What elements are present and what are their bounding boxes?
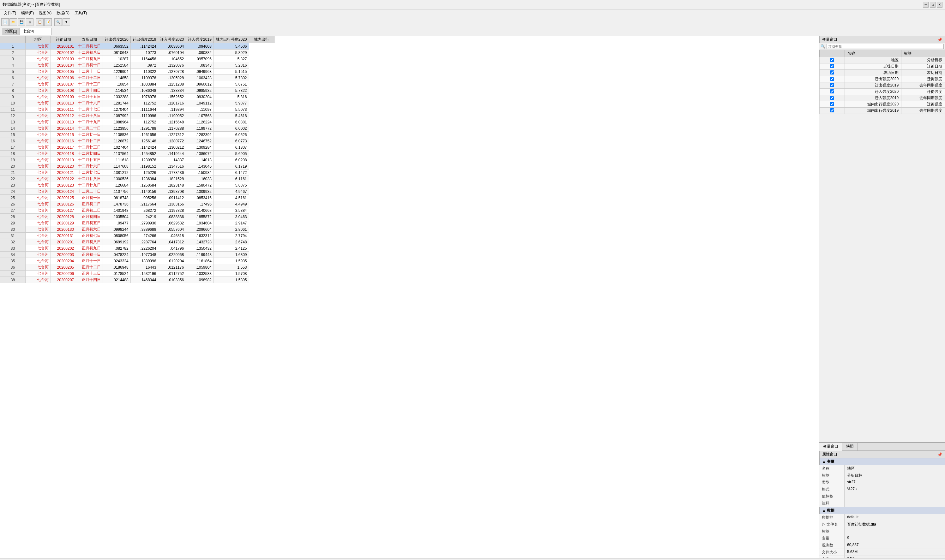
table-row[interactable]: 23七台河20200123十二月廿九日.126684.1260684.18231… (0, 182, 274, 188)
variable-row[interactable]: 迁出强度2019去年同期强度 (820, 82, 945, 89)
tab-variable-window[interactable]: 变量窗口 (819, 443, 842, 451)
variable-row[interactable]: 农历日期农历日期 (820, 70, 945, 76)
variable-checkbox[interactable] (820, 102, 845, 108)
table-row[interactable]: 10七台河20200110十二月十六日.1281744.112752.12017… (0, 100, 274, 106)
col-header-out2019[interactable]: 迁出强度2019 (131, 36, 158, 43)
filter-button[interactable]: ▼ (63, 18, 70, 26)
table-row[interactable]: 28七台河20200128正月初四日.1035504.24219.0838836… (0, 214, 274, 220)
variable-checkbox[interactable] (820, 82, 845, 89)
cell-value: .1199448 (186, 252, 214, 258)
cell-value: .0220968 (158, 252, 186, 258)
table-row[interactable]: 4七台河20200104十二月初十日.1252584.0972.1328076.… (0, 62, 274, 69)
table-row[interactable]: 7七台河20200107十二月十三日.10854.1033884.1251288… (0, 81, 274, 88)
save-button[interactable]: 💾 (18, 18, 25, 26)
table-row[interactable]: 33七台河20200202正月初九日.082782.2226204.041796… (0, 245, 274, 252)
variable-row[interactable]: 迁入强度2019去年同期强度 (820, 95, 945, 102)
table-row[interactable]: 27七台河20200127正月初三日.1401948.268272.119782… (0, 208, 274, 214)
table-row[interactable]: 18七台河20200118十二月廿四日.1137564.1254852.1419… (0, 151, 274, 157)
table-row[interactable]: 19七台河20200119十二月廿五日.111618.1230876.14337… (0, 157, 274, 163)
variable-row[interactable]: 迁入强度2020迁徙强度 (820, 89, 945, 95)
menu-data[interactable]: 数据(D) (54, 10, 72, 16)
variable-checkbox[interactable] (820, 57, 845, 63)
variable-row[interactable]: 城内出行强度2019去年同期强度 (820, 108, 945, 114)
col-header-out2020[interactable]: 迁出强度2020 (103, 36, 131, 43)
variable-row[interactable]: 迁出强度2020迁徙强度 (820, 76, 945, 82)
table-row[interactable]: 14七台河20200114十二月二十日.1123956.1291788.1170… (0, 125, 274, 132)
variable-filter-input[interactable] (826, 44, 944, 49)
props-pin-icon[interactable]: 📌 (937, 452, 942, 457)
table-row[interactable]: 22七台河20200122十二月廿八日.1300536.1236384.1821… (0, 176, 274, 182)
table-row[interactable]: 25七台河20200125正月初一日.0818748.095256.091141… (0, 195, 274, 201)
menu-edit[interactable]: 编辑(E) (18, 10, 36, 16)
col-header-date[interactable]: 迁徙日期 (51, 36, 76, 43)
maximize-button[interactable]: □ (930, 2, 936, 8)
col-header-in2020[interactable]: 迁入强度2020 (158, 36, 186, 43)
variable-row[interactable]: 城内出行强度2020迁徙强度 (820, 102, 945, 108)
minimize-button[interactable]: ─ (923, 2, 928, 8)
col-header-city2019[interactable]: 城内出行 (249, 36, 274, 43)
search-button[interactable]: 🔍 (54, 18, 62, 26)
col-header-lunar[interactable]: 农历日期 (76, 36, 103, 43)
menu-tools[interactable]: 工具(T) (72, 10, 89, 16)
table-row[interactable]: 30七台河20200130正月初六日.0998244.3389688.05576… (0, 226, 274, 233)
cell-lunar: 正月初六日 (76, 226, 103, 233)
menu-view[interactable]: 视图(V) (36, 10, 54, 16)
table-row[interactable]: 31七台河20200131正月初七日.0808056.274266.046818… (0, 233, 274, 239)
variable-checkbox[interactable] (820, 95, 845, 102)
props-section-variable[interactable]: ▲ 变量 (819, 458, 945, 465)
data-grid[interactable]: 地区 迁徙日期 农历日期 迁出强度2020 迁出强度2019 迁入强度2020 … (0, 36, 819, 558)
table-row[interactable]: 37七台河20200206正月十三日.0178524.1532196.01127… (0, 271, 274, 277)
cell-value: .0112752 (158, 271, 186, 277)
table-row[interactable]: 11七台河20200111十二月十七日.1270404.1111644.1193… (0, 106, 274, 113)
print-button[interactable]: 🖨 (26, 18, 34, 26)
table-row[interactable]: 15七台河20200115十二月廿一日.1138536.1261656.1227… (0, 132, 274, 138)
col-header-in2019[interactable]: 迁入强度2019 (186, 36, 214, 43)
table-row[interactable]: 38七台河20200207正月十四日.0214488.1468044.01033… (0, 277, 274, 283)
new-button[interactable]: 📄 (1, 18, 9, 26)
title-bar: 数据编辑器(浏览) - [百度迁徙数据] ─ □ ✕ (0, 0, 945, 9)
table-row[interactable]: 2七台河20200102十二月初八日.0810648.10773.0760104… (0, 49, 274, 56)
variable-checkbox[interactable] (820, 70, 845, 76)
cell-value: .2287764 (131, 239, 158, 245)
variable-row[interactable]: 地区分析目标 (820, 57, 945, 63)
cell-value: .2140668 (186, 208, 214, 214)
table-row[interactable]: 16七台河20200116十二月廿二日.1126872.1256148.1280… (0, 138, 274, 144)
props-section-data[interactable]: ▲ 数据 (819, 507, 945, 514)
table-row[interactable]: 13七台河20200113十二月十九日.1088964.112752.12156… (0, 119, 274, 125)
menu-file[interactable]: 文件(F) (1, 10, 18, 16)
table-row[interactable]: 35七台河20200204正月十一日.0243324.1839996.01202… (0, 258, 274, 264)
variable-checkbox[interactable] (820, 108, 845, 114)
variable-checkbox[interactable] (820, 63, 845, 70)
table-row[interactable]: 17七台河20200117十二月廿三日.1027404.1142424.1300… (0, 144, 274, 151)
table-row[interactable]: 29七台河20200129正月初五日.09477.2790936.0629532… (0, 220, 274, 226)
table-row[interactable]: 24七台河20200124十二月三十日.1107756.1140156.1398… (0, 188, 274, 195)
table-row[interactable]: 20七台河20200120十二月廿六日.1147608.1198152.1347… (0, 163, 274, 169)
col-header-region[interactable]: 地区 (26, 36, 51, 43)
tab-snapshot[interactable]: 快照 (842, 443, 858, 451)
table-row[interactable]: 9七台河20200109十二月十五日.1332288.1076976.15626… (0, 94, 274, 100)
table-row[interactable]: 21七台河20200121十二月廿七日.1381212.125226.17784… (0, 169, 274, 176)
variable-row[interactable]: 迁徙日期迁徙日期 (820, 63, 945, 70)
table-row[interactable]: 5七台河20200105十二月十一日.1229904.110322.127072… (0, 69, 274, 75)
table-row[interactable]: 3七台河20200103十二月初九日.10287.1164456.104652.… (0, 56, 274, 62)
paste-button[interactable]: 📝 (44, 18, 52, 26)
cell-region: 七台河 (26, 113, 51, 119)
cell-value: 6.1719 (214, 163, 249, 169)
table-row[interactable]: 26七台河20200126正月初二日.1478736.2117664.13831… (0, 201, 274, 208)
open-button[interactable]: 📂 (9, 18, 17, 26)
variable-table-container: 名称 标签 地区分析目标迁徙日期迁徙日期农历日期农历日期迁出强度2020迁徙强度… (819, 50, 945, 442)
table-row[interactable]: 1七台河20200101十二月初七日.0663552.1142424.06386… (0, 43, 274, 49)
copy-button[interactable]: 📋 (36, 18, 43, 26)
close-button[interactable]: ✕ (937, 2, 942, 8)
table-row[interactable]: 36七台河20200205正月十二日.0186948.16443.0121176… (0, 264, 274, 271)
table-row[interactable]: 12七台河20200112十二月十八日.1087992.1110996.1190… (0, 113, 274, 119)
col-header-city2020[interactable]: 城内出行强度2020 (214, 36, 249, 43)
variable-checkbox[interactable] (820, 89, 845, 95)
pin-icon[interactable]: 📌 (937, 38, 942, 42)
table-row[interactable]: 32七台河20200201正月初八日.0699192.2287764.04173… (0, 239, 274, 245)
table-row[interactable]: 34七台河20200203正月初十日.0478224.1977048.02209… (0, 252, 274, 258)
variable-checkbox[interactable] (820, 76, 845, 82)
table-row[interactable]: 6七台河20200106十二月十二日.114858.1109376.120592… (0, 75, 274, 81)
cell-lunar: 正月初七日 (76, 233, 103, 239)
table-row[interactable]: 8七台河20200108十二月十四日.114534.1086048.138834… (0, 88, 274, 94)
